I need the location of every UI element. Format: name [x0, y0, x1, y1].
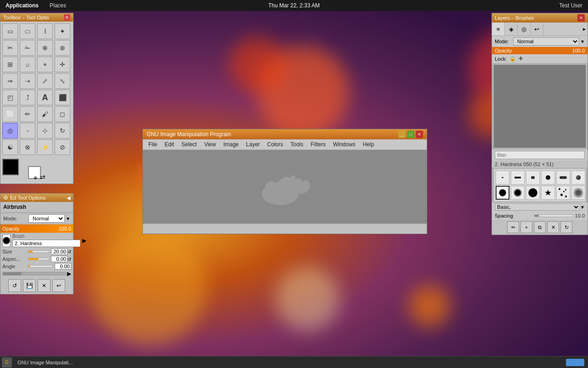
places-menu[interactable]: Places [44, 2, 72, 9]
eraser-tool[interactable]: ◻ [55, 106, 70, 122]
aspect-value[interactable] [51, 256, 68, 262]
bucket-fill-tool[interactable]: ⬛ [55, 90, 70, 105]
move-tool[interactable]: ⊞ [2, 57, 18, 72]
layers-mode-select[interactable]: Normal [513, 37, 579, 46]
layer-menu[interactable]: Layer [243, 140, 264, 149]
scale-tool[interactable]: ⤢ [37, 73, 53, 89]
image-menu[interactable]: Image [220, 140, 242, 149]
save-preset-button[interactable]: 💾 [23, 279, 36, 292]
angle-slider[interactable] [28, 265, 53, 268]
delete-preset-button[interactable]: ✕ [38, 279, 51, 292]
windows-menu[interactable]: Windows [329, 140, 359, 149]
gimp-canvas[interactable] [143, 150, 427, 224]
heal-tool[interactable]: ⊹ [37, 123, 53, 138]
free-select-tool[interactable]: ⌇ [37, 23, 53, 39]
align-tool[interactable]: ✛ [55, 57, 70, 72]
paths-tool[interactable]: ⊕ [37, 40, 53, 56]
close-button[interactable]: ✕ [416, 131, 423, 138]
clone-tool[interactable]: ↻ [55, 123, 70, 138]
brush-cell-11[interactable] [571, 186, 585, 200]
lock-pixels-icon[interactable]: 🔒 [509, 56, 516, 62]
lock-position-icon[interactable]: ✛ [519, 56, 523, 62]
layers-tab-layers[interactable]: ≡ [492, 23, 505, 35]
brush-cell-7[interactable] [496, 186, 509, 200]
pencil-tool[interactable]: ✏ [20, 106, 35, 122]
new-brush-button[interactable]: + [520, 221, 532, 233]
minimize-button[interactable]: _ [398, 131, 406, 138]
crop-tool[interactable]: ⇒ [2, 73, 18, 89]
zoom-tool[interactable]: ⌕ [20, 57, 35, 72]
blend-tool[interactable]: ⬜ [2, 106, 18, 122]
select-menu[interactable]: Select [178, 140, 200, 149]
edit-menu[interactable]: Edit [161, 140, 178, 149]
scissors-select-tool[interactable]: ✂ [2, 40, 18, 56]
mode-select[interactable]: Normal [28, 214, 65, 223]
airbrush-tool[interactable]: ◎ [2, 123, 18, 138]
smudge-tool[interactable]: ☯ [2, 139, 18, 155]
text-tool[interactable]: A [37, 90, 53, 105]
brush-cell-star[interactable]: ★ [541, 186, 555, 200]
layers-opacity-row[interactable]: Opacity 100.0 [492, 47, 588, 54]
aspect-slider[interactable] [28, 258, 49, 260]
color-picker-tool[interactable]: ⊛ [55, 40, 70, 56]
swap-colors-icon[interactable]: ⇄ [40, 173, 45, 181]
flip-tool[interactable]: ⤴ [20, 90, 35, 105]
presets-dropdown-icon[interactable]: ▼ [580, 205, 585, 210]
measure-tool[interactable]: ⌖ [37, 57, 53, 72]
size-slider[interactable] [28, 250, 49, 253]
mode-dropdown-icon[interactable]: ▼ [580, 39, 585, 44]
brush-options-icon[interactable]: ▶ [82, 237, 86, 244]
brush-cell-10[interactable] [556, 186, 570, 200]
layers-tab-channels[interactable]: ◈ [505, 23, 518, 35]
edit-brush-button[interactable]: ✏ [507, 221, 519, 233]
rect-select-tool[interactable]: ▭ [2, 23, 18, 39]
layers-tab-paths[interactable]: ◎ [518, 23, 531, 35]
brush-name-input[interactable] [12, 240, 80, 247]
ink-tool[interactable]: ◦ [20, 123, 35, 138]
size-reset-icon[interactable]: ↺ [68, 249, 71, 254]
spacing-slider[interactable] [534, 214, 573, 217]
colors-menu[interactable]: Colors [264, 140, 287, 149]
layers-tab-undo[interactable]: ↩ [531, 23, 543, 35]
dodge-tool[interactable]: ⚡ [37, 139, 53, 155]
foreground-select-tool[interactable]: ✁ [20, 40, 35, 56]
convolve-tool[interactable]: ⊗ [20, 139, 35, 155]
layers-tab-extra[interactable]: ▸ [581, 26, 588, 32]
toolbox-close-button[interactable]: ✕ [64, 14, 70, 21]
brush-filter-input[interactable] [495, 151, 585, 159]
duplicate-brush-button[interactable]: ⧉ [534, 221, 546, 233]
rotate-tool[interactable]: ⇢ [20, 73, 35, 89]
taskbar-app-icon[interactable]: G [2, 357, 12, 368]
fuzzy-select-tool[interactable]: ✦ [55, 23, 70, 39]
options-scrollbar[interactable]: ▶ [0, 270, 73, 277]
applications-menu[interactable]: Applications [0, 2, 44, 9]
maximize-button[interactable]: □ [407, 131, 414, 138]
help-menu[interactable]: Help [359, 140, 378, 149]
aspect-reset-icon[interactable]: ↺ [68, 257, 71, 262]
brush-cell-1[interactable] [496, 171, 509, 184]
delete-brush-button[interactable]: ✕ [547, 221, 559, 233]
ellipse-select-tool[interactable]: ⬭ [20, 23, 35, 39]
shear-tool[interactable]: ⤡ [55, 73, 70, 89]
file-menu[interactable]: File [145, 140, 161, 149]
taskbar-label[interactable]: GNU Image Manipulati... [14, 360, 76, 365]
brush-cell-3[interactable] [526, 171, 540, 184]
brush-cell-8[interactable] [511, 186, 525, 200]
load-preset-button[interactable]: ↩ [52, 279, 65, 292]
view-menu[interactable]: View [200, 140, 220, 149]
opacity-bar[interactable]: Opacity 100.0 [0, 224, 73, 233]
tools-menu[interactable]: Tools [287, 140, 307, 149]
restore-defaults-button[interactable]: ↺ [8, 279, 21, 292]
brush-cell-4[interactable] [541, 171, 555, 184]
layers-close-button[interactable]: ✕ [577, 14, 585, 22]
brush-cell-9[interactable] [526, 186, 540, 200]
reset-colors-icon[interactable]: ⊗ [34, 175, 37, 180]
brush-cell-5[interactable] [556, 171, 570, 184]
foreground-color[interactable] [2, 159, 19, 175]
refresh-brush-button[interactable]: ↻ [560, 221, 572, 233]
perspective-tool[interactable]: ◰ [2, 90, 18, 105]
paintbrush-tool[interactable]: 🖌 [37, 106, 53, 122]
mode-menu-icon[interactable]: ▼ [66, 216, 70, 221]
brush-cell-2[interactable] [511, 171, 525, 184]
brush-preview[interactable] [2, 234, 11, 247]
